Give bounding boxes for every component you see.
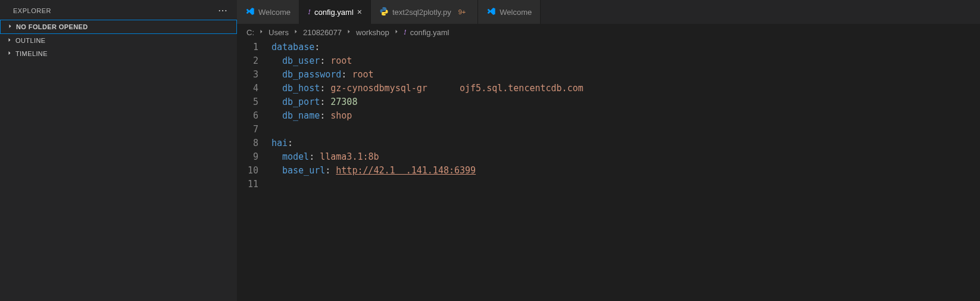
line-content: model: llama3.1:8b (271, 150, 379, 164)
more-icon[interactable]: ⋯ (218, 5, 228, 16)
close-icon[interactable]: × (357, 7, 362, 17)
file-icon (379, 7, 389, 18)
code-line[interactable]: 6db_name: shop (237, 109, 980, 123)
chevron-right-icon (292, 28, 299, 37)
file-icon (486, 7, 496, 18)
section-label: NO FOLDER OPENED (16, 23, 88, 30)
chevron-right-icon (6, 49, 15, 58)
tab-label: text2sql2plotly.py (392, 8, 451, 17)
line-number: 10 (237, 164, 271, 178)
line-number: 1 (237, 41, 271, 54)
tab-label: Welcome (500, 8, 532, 17)
file-icon (245, 7, 255, 18)
tab-welcome[interactable]: Welcome (478, 0, 541, 24)
yaml-icon: ! (404, 27, 407, 36)
code-line[interactable]: 9model: llama3.1:8b (237, 150, 980, 164)
code-line[interactable]: 5db_port: 27308 (237, 95, 980, 109)
code-editor[interactable]: 1database:2db_user: root3db_password: ro… (237, 41, 980, 191)
line-number: 5 (237, 95, 271, 109)
code-line[interactable]: 10base_url: http://42.1 .141.148:6399 (237, 164, 980, 178)
line-content: db_password: root (271, 68, 374, 82)
explorer-section-timeline[interactable]: TIMELINE (0, 47, 237, 60)
line-content: db_host: gz-cynosdbmysql-gr ojf5.sql.ten… (271, 82, 583, 95)
breadcrumb-segment[interactable]: C: (246, 28, 254, 37)
line-number: 7 (237, 123, 271, 136)
code-line[interactable]: 11 (237, 178, 980, 191)
breadcrumb[interactable]: C:Users210826077workshop!config.yaml (237, 24, 980, 41)
code-line[interactable]: 1database: (237, 41, 980, 54)
editor-area: Welcome!config.yaml×text2sql2plotly.py9+… (237, 0, 980, 301)
breadcrumb-segment[interactable]: Users (269, 28, 289, 37)
breadcrumb-segment[interactable]: config.yaml (410, 28, 450, 37)
line-number: 9 (237, 150, 271, 164)
breadcrumb-segment[interactable]: 210826077 (303, 28, 342, 37)
line-content: database: (271, 41, 320, 54)
chevron-right-icon (393, 28, 400, 37)
code-line[interactable]: 7 (237, 123, 980, 136)
file-icon: ! (308, 7, 311, 17)
explorer-section-no-folder-opened[interactable]: NO FOLDER OPENED (0, 20, 237, 34)
line-content: db_name: shop (271, 109, 352, 123)
line-number: 4 (237, 82, 271, 95)
chevron-right-icon (345, 28, 352, 37)
line-number: 6 (237, 109, 271, 123)
chevron-right-icon (7, 23, 16, 31)
breadcrumb-segment[interactable]: workshop (356, 28, 389, 37)
section-label: TIMELINE (15, 50, 48, 57)
line-number: 8 (237, 136, 271, 150)
breadcrumb-file-icon: ! (404, 27, 407, 37)
line-content: base_url: http://42.1 .141.148:6399 (271, 164, 476, 178)
code-line[interactable]: 2db_user: root (237, 54, 980, 68)
code-line[interactable]: 3db_password: root (237, 68, 980, 82)
tab-label: Welcome (258, 8, 291, 17)
tab-welcome[interactable]: Welcome (237, 0, 299, 24)
tab-bar: Welcome!config.yaml×text2sql2plotly.py9+… (237, 0, 980, 24)
line-number: 11 (237, 178, 271, 191)
code-line[interactable]: 4db_host: gz-cynosdbmysql-gr ojf5.sql.te… (237, 82, 980, 95)
explorer-header: EXPLORER ⋯ (0, 0, 237, 20)
line-content: db_port: 27308 (271, 95, 357, 109)
section-label: OUTLINE (15, 37, 45, 44)
tab-text2sql2plotly-py[interactable]: text2sql2plotly.py9+ (371, 0, 478, 24)
line-number: 3 (237, 68, 271, 82)
explorer-title: EXPLORER (13, 7, 51, 14)
chevron-right-icon (258, 28, 265, 37)
line-content: hai: (271, 136, 293, 150)
tab-badge: 9+ (455, 8, 470, 15)
explorer-section-outline[interactable]: OUTLINE (0, 34, 237, 47)
code-line[interactable]: 8hai: (237, 136, 980, 150)
explorer-panel: EXPLORER ⋯ NO FOLDER OPENEDOUTLINETIMELI… (0, 0, 237, 301)
tab-label: config.yaml (314, 8, 354, 17)
line-number: 2 (237, 54, 271, 68)
tab-config-yaml[interactable]: !config.yaml× (299, 0, 371, 24)
yaml-icon: ! (308, 7, 311, 16)
line-content: db_user: root (271, 54, 352, 68)
chevron-right-icon (6, 36, 15, 45)
